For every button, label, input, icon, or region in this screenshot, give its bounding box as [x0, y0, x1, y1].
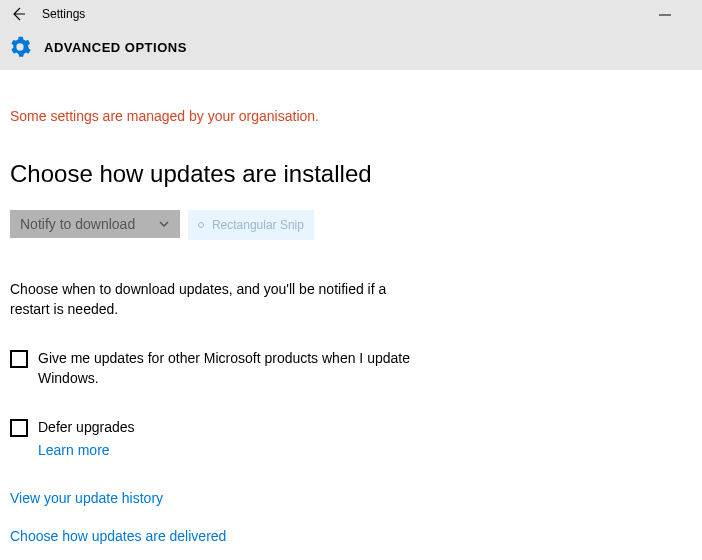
checkbox-row-other-products: Give me updates for other Microsoft prod…	[10, 349, 692, 388]
content-area: Some settings are managed by your organi…	[0, 70, 702, 554]
update-history-link[interactable]: View your update history	[10, 490, 692, 506]
snip-dot-icon	[198, 222, 204, 228]
delivery-options-link[interactable]: Choose how updates are delivered	[10, 528, 692, 544]
back-arrow-icon	[10, 6, 26, 22]
help-text: Choose when to download updates, and you…	[10, 280, 420, 319]
chevron-down-icon	[158, 218, 170, 230]
learn-more-link[interactable]: Learn more	[38, 442, 135, 458]
checkbox-row-defer: Defer upgrades Learn more	[10, 418, 692, 458]
back-button[interactable]	[0, 6, 36, 22]
checkbox-other-products[interactable]	[10, 350, 28, 368]
minimize-button[interactable]	[658, 8, 678, 10]
subheader: ADVANCED OPTIONS	[0, 24, 702, 58]
header-bar: Settings ADVANCED OPTIONS	[0, 0, 702, 70]
snip-label: Rectangular Snip	[212, 218, 304, 232]
titlebar: Settings	[0, 0, 702, 24]
checkbox-defer-upgrades[interactable]	[10, 419, 28, 437]
checkbox-defer-label: Defer upgrades	[38, 418, 135, 438]
minimize-icon	[658, 8, 672, 22]
org-managed-notice: Some settings are managed by your organi…	[10, 108, 692, 124]
dropdown-selected-label: Notify to download	[20, 216, 135, 232]
section-heading: Choose how updates are installed	[10, 160, 692, 188]
checkbox-other-products-label: Give me updates for other Microsoft prod…	[38, 349, 448, 388]
window-title: Settings	[42, 7, 85, 21]
update-mode-dropdown[interactable]: Notify to download	[10, 210, 180, 238]
gear-icon	[2, 36, 38, 58]
snipping-overlay: Rectangular Snip	[188, 210, 314, 240]
page-title: ADVANCED OPTIONS	[44, 40, 187, 55]
